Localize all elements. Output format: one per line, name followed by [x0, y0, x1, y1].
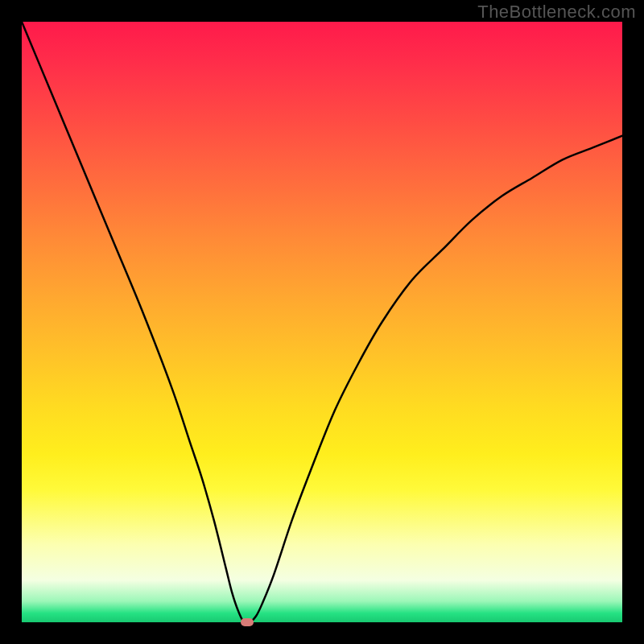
watermark-text: TheBottleneck.com — [477, 2, 636, 23]
minimum-marker — [241, 618, 254, 626]
bottleneck-curve — [22, 22, 622, 622]
plot-area — [22, 22, 622, 622]
curve-path — [22, 22, 622, 622]
chart-frame: TheBottleneck.com — [0, 0, 644, 644]
